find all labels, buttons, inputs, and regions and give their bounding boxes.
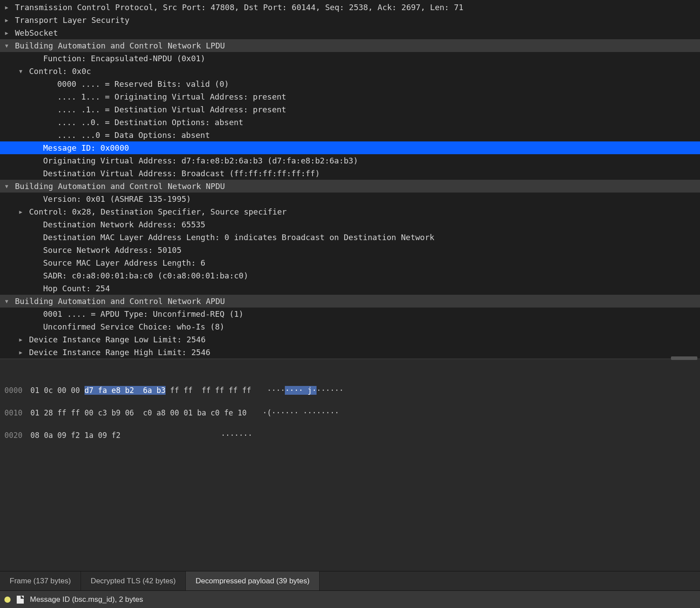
document-icon[interactable] [17,596,24,604]
hex-dump-panel[interactable]: 000001 0c 00 00 d7 fa e8 b2 6a b3 ff ff … [0,359,700,571]
apdu-title: Building Automation and Control Network … [15,295,225,307]
npdu-snet[interactable]: ▶Source Network Address: 50105 [0,244,700,256]
apdu-type[interactable]: ▶0001 .... = APDU Type: Unconfirmed-REQ … [0,308,700,320]
tree-row-tcp[interactable]: ▶Transmission Control Protocol, Src Port… [0,1,700,14]
lpdu-function[interactable]: ▶Function: Encapsulated-NPDU (0x01) [0,52,700,65]
chevron-down-icon[interactable]: ▼ [3,297,11,305]
npdu-version[interactable]: ▶Version: 0x01 (ASHRAE 135-1995) [0,193,700,205]
tree-row-npdu[interactable]: ▼Building Automation and Control Network… [0,180,700,193]
lpdu-bits-ova[interactable]: ▶.... 1... = Originating Virtual Address… [0,90,700,103]
npdu-title: Building Automation and Control Network … [15,180,225,192]
protocol-tree[interactable]: ▶Transmission Control Protocol, Src Port… [0,0,700,359]
bytes-tabs: Frame (137 bytes) Decrypted TLS (42 byte… [0,571,700,590]
tls-summary: Transport Layer Security [15,14,129,26]
scrollbar-thumb[interactable] [671,356,697,360]
tree-row-lpdu[interactable]: ▼Building Automation and Control Network… [0,39,700,52]
tab-decrypted-tls[interactable]: Decrypted TLS (42 bytes) [81,571,186,590]
npdu-hop[interactable]: ▶Hop Count: 254 [0,282,700,295]
hex-row-0010[interactable]: 001001 28 ff ff 00 c3 b9 06 c0 a8 00 01 … [4,408,696,419]
lpdu-bits-dataopt[interactable]: ▶.... ...0 = Data Options: absent [0,129,700,141]
npdu-control[interactable]: ▶Control: 0x28, Destination Specifier, S… [0,205,700,218]
npdu-sadr[interactable]: ▶SADR: c0:a8:00:01:ba:c0 (c0:a8:00:01:ba… [0,269,700,282]
chevron-down-icon[interactable]: ▼ [3,42,11,50]
chevron-right-icon[interactable]: ▶ [17,336,25,344]
hex-ascii: ······· [221,431,253,440]
chevron-right-icon[interactable]: ▶ [3,16,11,24]
lpdu-control[interactable]: ▼Control: 0x0c [0,65,700,78]
apdu-service[interactable]: ▶Unconfirmed Service Choice: who-Is (8) [0,320,700,333]
lpdu-bits-dopt[interactable]: ▶.... ..0. = Destination Options: absent [0,116,700,129]
lpdu-bits-reserved[interactable]: ▶0000 .... = Reserved Bits: valid (0) [0,78,700,90]
lpdu-destaddr[interactable]: ▶Destination Virtual Address: Broadcast … [0,167,700,180]
chevron-right-icon[interactable]: ▶ [3,4,11,11]
apdu-low[interactable]: ▶Device Instance Range Low Limit: 2546 [0,333,700,346]
tab-decompressed-payload[interactable]: Decompressed payload (39 bytes) [186,571,320,590]
chevron-right-icon[interactable]: ▶ [17,208,25,216]
npdu-dlen[interactable]: ▶Destination MAC Layer Address Length: 0… [0,231,700,244]
npdu-slen[interactable]: ▶Source MAC Layer Address Length: 6 [0,256,700,269]
tcp-summary: Transmission Control Protocol, Src Port:… [15,1,464,13]
hex-offset: 0010 [4,408,22,417]
lpdu-origaddr[interactable]: ▶Originating Virtual Address: d7:fa:e8:b… [0,154,700,167]
apdu-high[interactable]: ▶Device Instance Range High Limit: 2546 [0,346,700,359]
hex-row-0020[interactable]: 002008 0a 09 f2 1a 09 f2······· [4,430,696,441]
hex-offset: 0020 [4,431,22,440]
expert-info-icon[interactable] [4,597,11,603]
chevron-down-icon[interactable]: ▼ [3,182,11,190]
hex-ascii: ·(······ ········ [262,408,339,417]
lpdu-title: Building Automation and Control Network … [15,40,225,52]
tree-row-apdu[interactable]: ▼Building Automation and Control Network… [0,295,700,308]
chevron-right-icon[interactable]: ▶ [3,29,11,37]
tab-frame[interactable]: Frame (137 bytes) [0,571,81,590]
lpdu-msgid[interactable]: ▶Message ID: 0x0000 [0,141,700,154]
tree-row-websocket[interactable]: ▶WebSocket [0,26,700,39]
status-text: Message ID (bsc.msg_id), 2 bytes [30,594,143,605]
hex-highlight: d7 fa e8 b2 6a b3 [85,386,166,395]
status-bar: Message ID (bsc.msg_id), 2 bytes [0,590,700,608]
tree-row-tls[interactable]: ▶Transport Layer Security [0,14,700,26]
hex-offset: 0000 [4,386,22,395]
hex-row-0000[interactable]: 000001 0c 00 00 d7 fa e8 b2 6a b3 ff ff … [4,385,696,397]
npdu-dnet[interactable]: ▶Destination Network Address: 65535 [0,218,700,231]
chevron-down-icon[interactable]: ▼ [17,67,25,75]
ws-summary: WebSocket [15,27,58,39]
hex-ascii: ········ j······· [267,386,343,395]
lpdu-bits-dva[interactable]: ▶.... .1.. = Destination Virtual Address… [0,103,700,116]
chevron-right-icon[interactable]: ▶ [17,348,25,356]
